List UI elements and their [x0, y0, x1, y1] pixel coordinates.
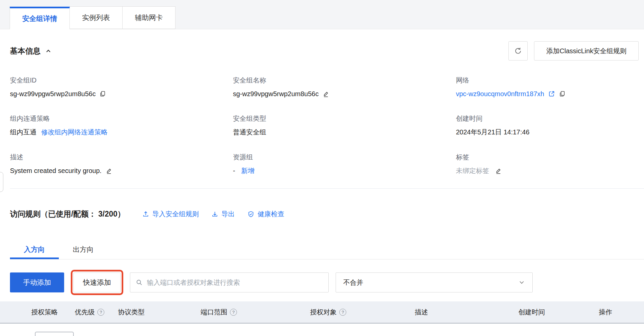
col-port-range: 端口范围 ? — [201, 301, 237, 323]
field-label: 组内连通策略 — [10, 114, 108, 122]
search-input[interactable] — [146, 278, 323, 287]
field-resource-group: 资源组 - 新增 — [233, 153, 255, 175]
tab-label: 实例列表 — [82, 13, 110, 22]
sg-name-value: sg-wz99vpgw5rwp2um8u56c — [233, 89, 319, 98]
tab-label: 入方向 — [24, 245, 45, 254]
tab-secondary-eni[interactable]: 辅助网卡 — [122, 6, 175, 29]
tab-inbound[interactable]: 入方向 — [10, 240, 59, 259]
basic-info-title: 基本信息 — [10, 46, 41, 56]
export-link[interactable]: 导出 — [211, 210, 235, 219]
access-rules-actions: 导入安全组规则 导出 健康检查 — [142, 210, 284, 219]
merge-select[interactable]: 不合并 — [336, 272, 533, 292]
help-icon[interactable]: ? — [339, 309, 346, 316]
section-divider — [10, 188, 644, 189]
field-created-time: 创建时间 2024年5月21日 14:17:46 — [456, 114, 529, 136]
tab-label: 安全组详情 — [22, 14, 57, 23]
basic-info-header: 基本信息 — [10, 46, 52, 56]
col-actions: 操作 — [599, 301, 612, 323]
field-sg-type: 安全组类型 普通安全组 — [233, 114, 266, 136]
field-label: 创建时间 — [456, 114, 529, 122]
search-icon — [136, 279, 143, 286]
edit-pencil-icon[interactable] — [322, 90, 329, 97]
tab-label: 出方向 — [73, 245, 94, 254]
modify-intra-policy-link[interactable]: 修改组内网络连通策略 — [41, 128, 108, 136]
manual-add-button[interactable]: 手动添加 — [10, 272, 64, 292]
collapse-chevron-up-icon[interactable] — [45, 48, 52, 54]
field-intra-policy: 组内连通策略 组内互通 修改组内网络连通策略 — [10, 114, 108, 136]
tags-value: 未绑定标签 — [456, 166, 489, 175]
col-description: 描述 — [415, 301, 428, 323]
field-tags: 标签 未绑定标签 — [456, 153, 502, 175]
access-rules-title: 访问规则（已使用/配额： 3/200） — [10, 209, 125, 219]
direction-tab-bar: 入方向 出方向 — [10, 240, 644, 259]
copy-icon[interactable] — [559, 90, 566, 97]
access-rules-header: 访问规则（已使用/配额： 3/200） 导入安全组规则 导出 — [10, 209, 284, 219]
upload-icon — [142, 211, 149, 218]
help-icon[interactable]: ? — [230, 309, 237, 316]
field-network: 网络 vpc-wz9oucqmov0nftrm187xh — [456, 76, 566, 98]
health-check-link[interactable]: 健康检查 — [247, 210, 284, 219]
description-value: System created security group. — [10, 166, 102, 175]
quick-add-button[interactable]: 快速添加 — [73, 272, 121, 292]
collapsed-panel-handle[interactable] — [0, 172, 3, 192]
quick-add-label: 快速添加 — [83, 278, 111, 287]
field-sg-id: 安全组ID sg-wz99vpgw5rwp2um8u56c — [10, 76, 106, 98]
col-priority: 优先级 ? — [75, 301, 104, 323]
download-icon — [211, 211, 218, 218]
col-source: 授权对象 ? — [310, 301, 346, 323]
shield-check-icon — [247, 211, 255, 218]
merge-select-value: 不合并 — [343, 278, 363, 287]
tab-instance-list[interactable]: 实例列表 — [69, 6, 123, 29]
field-label: 资源组 — [233, 153, 255, 161]
add-classiclink-rule-button[interactable]: 添加ClassicLink安全组规则 — [534, 41, 639, 61]
field-label: 描述 — [10, 153, 112, 161]
security-group-detail-page: 安全组详情 实例列表 辅助网卡 基本信息 添加ClassicLink安全组规则 … — [0, 0, 644, 336]
chevron-down-icon — [518, 279, 525, 286]
row-policy-select-partial[interactable] — [35, 332, 74, 336]
rules-search-box — [130, 272, 329, 292]
tab-security-group-detail[interactable]: 安全组详情 — [10, 7, 70, 29]
field-label: 安全组类型 — [233, 114, 266, 122]
field-label: 安全组ID — [10, 76, 106, 84]
rules-table-header: 授权策略 优先级 ? 协议类型 端口范围 ? 授权对象 ? 描述 创建时间 操作 — [0, 301, 644, 324]
sg-type-value: 普通安全组 — [233, 128, 266, 136]
health-check-label: 健康检查 — [258, 210, 284, 219]
refresh-button[interactable] — [508, 41, 528, 61]
col-protocol: 协议类型 — [118, 301, 145, 323]
created-time-value: 2024年5月21日 14:17:46 — [456, 128, 529, 136]
edit-pencil-icon[interactable] — [105, 167, 112, 174]
col-created-time: 创建时间 — [518, 301, 545, 323]
add-resource-group-link[interactable]: 新增 — [241, 166, 255, 175]
field-label: 安全组名称 — [233, 76, 329, 84]
help-icon[interactable]: ? — [97, 309, 104, 316]
import-rules-link[interactable]: 导入安全组规则 — [142, 210, 199, 219]
manual-add-label: 手动添加 — [23, 278, 51, 287]
col-policy: 授权策略 — [31, 301, 58, 323]
export-label: 导出 — [221, 210, 235, 219]
edit-pencil-icon[interactable] — [495, 167, 502, 174]
rules-toolbar: 手动添加 快速添加 不合并 — [10, 272, 533, 292]
field-description: 描述 System created security group. — [10, 153, 112, 175]
add-classiclink-rule-label: 添加ClassicLink安全组规则 — [546, 47, 626, 56]
field-label: 网络 — [456, 76, 566, 84]
external-link-icon[interactable] — [548, 90, 555, 97]
tab-label: 辅助网卡 — [135, 13, 163, 22]
field-label: 标签 — [456, 153, 502, 161]
refresh-icon — [514, 47, 522, 55]
field-sg-name: 安全组名称 sg-wz99vpgw5rwp2um8u56c — [233, 76, 329, 98]
tab-outbound[interactable]: 出方向 — [59, 240, 108, 259]
quick-add-highlight: 快速添加 — [71, 270, 123, 295]
import-rules-label: 导入安全组规则 — [152, 210, 199, 219]
vpc-link[interactable]: vpc-wz9oucqmov0nftrm187xh — [456, 89, 544, 98]
copy-icon[interactable] — [99, 90, 106, 97]
resource-group-value: - — [233, 166, 235, 175]
top-tab-bar: 安全组详情 实例列表 辅助网卡 — [0, 0, 644, 29]
sg-id-value: sg-wz99vpgw5rwp2um8u56c — [10, 89, 96, 98]
intra-policy-value: 组内互通 — [10, 128, 37, 136]
